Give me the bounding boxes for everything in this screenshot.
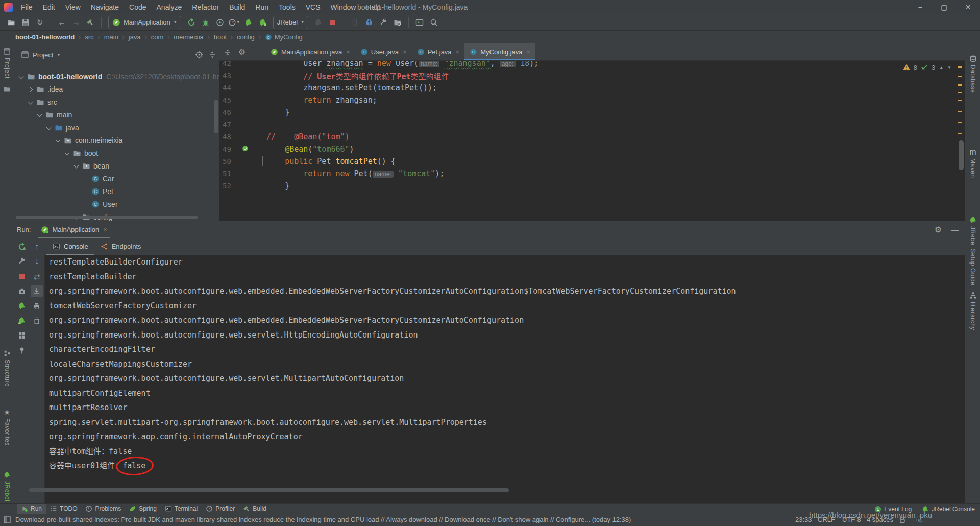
open-project-button[interactable] bbox=[4, 16, 18, 29]
menu-window[interactable]: Window bbox=[326, 0, 361, 14]
jrebel-run-button[interactable] bbox=[241, 16, 256, 29]
run-button[interactable] bbox=[184, 16, 199, 29]
fold-marker-icon[interactable] bbox=[262, 156, 263, 166]
toolwindow-switcher-icon[interactable] bbox=[3, 516, 11, 524]
breadcrumb-item[interactable]: boot bbox=[214, 33, 227, 41]
minimize-button[interactable]: − bbox=[908, 0, 932, 14]
tree-item[interactable]: java bbox=[14, 121, 219, 134]
tool-stripe-button-favorites[interactable]: ★Favorites bbox=[0, 409, 14, 446]
jrebel-selector[interactable]: JRebel▼ bbox=[273, 16, 308, 29]
tree-item[interactable]: CPet bbox=[14, 185, 219, 198]
next-issue-icon[interactable]: ▼ bbox=[947, 65, 951, 70]
build-hammer-button[interactable] bbox=[83, 16, 97, 29]
run-view-tab-endpoints[interactable]: Endpoints bbox=[94, 238, 148, 255]
jrebel-debug-button[interactable] bbox=[256, 16, 270, 29]
editor-tab-user-java[interactable]: CUser.java× bbox=[355, 43, 412, 60]
camera-button[interactable] bbox=[16, 285, 28, 297]
editor-tab-mainapplication-java[interactable]: MainApplication.java× bbox=[265, 43, 355, 60]
tree-chevron-icon[interactable] bbox=[36, 111, 43, 118]
collapse-all-icon[interactable] bbox=[224, 48, 232, 56]
close-button[interactable]: ✕ bbox=[956, 0, 980, 14]
tree-chevron-icon[interactable] bbox=[64, 150, 71, 157]
jrebel-off-button[interactable] bbox=[311, 16, 326, 29]
settings-wrench-button[interactable] bbox=[16, 255, 28, 268]
stop-button[interactable] bbox=[326, 16, 340, 29]
project-tree-vscrollbar[interactable] bbox=[214, 100, 218, 133]
tree-chevron-icon[interactable] bbox=[18, 73, 25, 80]
tool-stripe-button-project[interactable]: Project bbox=[0, 47, 14, 79]
debug-button[interactable] bbox=[199, 16, 213, 29]
tree-item[interactable]: CCar bbox=[14, 172, 219, 185]
run-config-tab[interactable]: MainApplication × bbox=[38, 221, 110, 238]
tree-item[interactable]: boot bbox=[14, 147, 219, 159]
close-run-tab-icon[interactable]: × bbox=[103, 226, 107, 233]
menu-build[interactable]: Build bbox=[224, 0, 250, 14]
close-tab-icon[interactable]: × bbox=[527, 48, 531, 56]
toolwindow-button-profiler[interactable]: Profiler bbox=[202, 504, 239, 514]
close-tab-icon[interactable]: × bbox=[456, 48, 460, 56]
tree-item[interactable]: com.meimeixia bbox=[14, 134, 219, 147]
project-tree-hscrollbar[interactable] bbox=[16, 216, 198, 219]
coverage-button[interactable] bbox=[213, 16, 227, 29]
tool-stripe-button-hierarchy[interactable]: Hierarchy bbox=[965, 292, 980, 330]
breadcrumb-item[interactable]: com bbox=[151, 33, 164, 41]
device-button[interactable] bbox=[348, 16, 362, 29]
editor-tab-pet-java[interactable]: CPet.java× bbox=[412, 43, 465, 60]
menu-edit[interactable]: Edit bbox=[38, 0, 60, 14]
tree-item[interactable]: boot-01-helloworldC:\Users\32120\Desktop… bbox=[14, 70, 219, 83]
tool-stripe-button-structure[interactable]: Structure bbox=[0, 350, 14, 387]
project-panel-title[interactable]: Project ▼ bbox=[21, 51, 60, 59]
down-button[interactable]: ↓ bbox=[31, 255, 43, 268]
hide-panel-icon[interactable]: — bbox=[252, 48, 259, 56]
forward-button[interactable]: → bbox=[69, 16, 83, 29]
console-hscrollbar[interactable] bbox=[29, 488, 509, 492]
prev-issue-icon[interactable]: ▲ bbox=[939, 65, 943, 70]
breadcrumb-item[interactable]: src bbox=[85, 33, 93, 41]
jrebel-update-button[interactable] bbox=[16, 300, 28, 312]
tree-chevron-icon[interactable] bbox=[45, 124, 53, 131]
print-button[interactable] bbox=[31, 300, 43, 312]
breadcrumb-item[interactable]: meimeixia bbox=[174, 33, 204, 41]
scroll-end-button[interactable] bbox=[31, 285, 43, 297]
toolwindow-button-terminal[interactable]: Terminal bbox=[161, 504, 202, 514]
menu-tools[interactable]: Tools bbox=[274, 0, 301, 14]
tree-chevron-icon[interactable] bbox=[55, 137, 62, 144]
run-settings-gear-icon[interactable]: ⚙ bbox=[934, 226, 942, 234]
jrebel-remote-button[interactable] bbox=[16, 315, 28, 327]
toolwindow-button-spring[interactable]: Spring bbox=[125, 504, 161, 514]
tree-item[interactable]: CUser bbox=[14, 198, 219, 210]
menu-code[interactable]: Code bbox=[124, 0, 151, 14]
tree-chevron-icon[interactable] bbox=[27, 99, 34, 106]
tool-stripe-button-maven[interactable]: mMaven bbox=[965, 148, 980, 178]
dashboard-button[interactable] bbox=[16, 329, 28, 342]
run-view-tab-console[interactable]: Console bbox=[46, 238, 94, 255]
hide-run-panel-icon[interactable]: — bbox=[951, 226, 959, 234]
tree-chevron-icon[interactable] bbox=[73, 162, 80, 170]
tree-item[interactable]: bean bbox=[14, 159, 219, 172]
toolwindow-button-problems[interactable]: Problems bbox=[81, 504, 125, 514]
editor-vscrollbar[interactable] bbox=[959, 140, 964, 170]
expand-all-icon[interactable] bbox=[208, 51, 216, 59]
menu-refactor[interactable]: Refactor bbox=[187, 0, 224, 14]
tool-stripe-button-jrebel-setup-guide[interactable]: JRebel Setup Guide bbox=[965, 216, 980, 285]
toolwindow-button-build[interactable]: Build bbox=[239, 504, 271, 514]
toolwindow-button-run[interactable]: Run bbox=[17, 504, 46, 514]
menu-view[interactable]: View bbox=[60, 0, 86, 14]
breadcrumb-item[interactable]: CMyConfig bbox=[265, 33, 303, 41]
back-button[interactable]: ← bbox=[55, 16, 69, 29]
profiler-button[interactable]: ▼ bbox=[227, 16, 241, 29]
close-tab-icon[interactable]: × bbox=[346, 48, 350, 56]
bean-icon[interactable] bbox=[242, 145, 249, 152]
menu-vcs[interactable]: VCS bbox=[301, 0, 326, 14]
stop-button[interactable] bbox=[16, 270, 28, 282]
tree-item[interactable]: main bbox=[14, 108, 219, 121]
search-everywhere-button[interactable] bbox=[427, 16, 441, 29]
run-config-selector[interactable]: MainApplication▼ bbox=[108, 16, 181, 29]
tree-item[interactable]: .idea bbox=[14, 83, 219, 95]
maximize-button[interactable]: ▢ bbox=[932, 0, 956, 14]
breadcrumb-item[interactable]: boot-01-helloworld bbox=[15, 33, 75, 41]
menu-run[interactable]: Run bbox=[250, 0, 274, 14]
pin-button[interactable] bbox=[16, 344, 28, 356]
tool-stripe-button-jrebel[interactable]: JRebel bbox=[0, 471, 14, 501]
breadcrumb-item[interactable]: java bbox=[129, 33, 141, 41]
